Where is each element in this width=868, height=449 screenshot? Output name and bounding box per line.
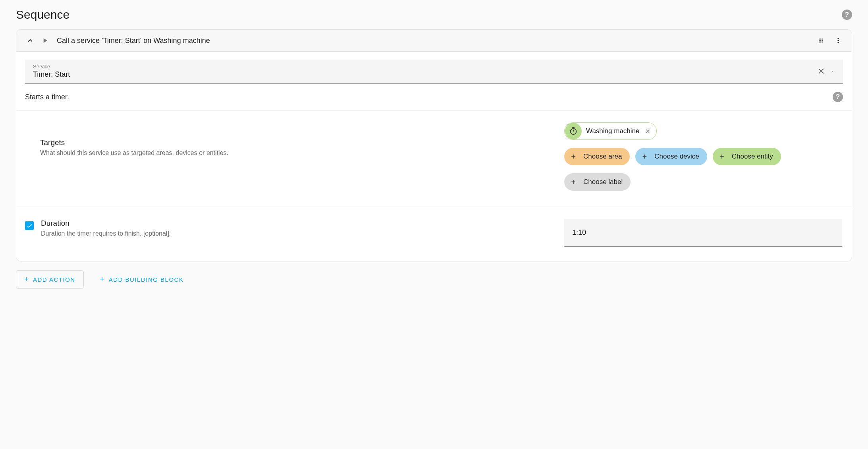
choose-device-button[interactable]: + Choose device	[635, 148, 707, 165]
add-action-label: Add Action	[33, 276, 75, 283]
run-icon[interactable]	[41, 37, 49, 45]
choose-device-label: Choose device	[654, 153, 699, 161]
targets-subheading: What should this service use as targeted…	[40, 149, 556, 157]
add-action-button[interactable]: + Add Action	[16, 270, 84, 289]
targets-heading: Targets	[40, 138, 556, 147]
service-selector[interactable]: Service Timer: Start	[25, 60, 843, 84]
card-title: Call a service 'Timer: Start' on Washing…	[57, 37, 817, 45]
duration-heading: Duration	[41, 219, 556, 228]
service-description: Starts a timer.	[25, 93, 69, 101]
dropdown-icon[interactable]	[830, 69, 835, 74]
plus-icon: +	[24, 275, 29, 284]
choose-label-label: Choose label	[583, 178, 623, 186]
action-card: Call a service 'Timer: Start' on Washing…	[16, 29, 852, 261]
plus-icon: +	[568, 178, 579, 187]
service-label: Service	[33, 64, 817, 70]
duration-input[interactable]	[564, 219, 842, 247]
choose-area-label: Choose area	[583, 153, 622, 161]
plus-icon: +	[639, 152, 650, 161]
plus-icon: +	[100, 275, 105, 284]
target-chip[interactable]: Washing machine	[564, 122, 657, 140]
choose-label-button[interactable]: + Choose label	[564, 173, 631, 191]
collapse-icon[interactable]	[26, 36, 35, 45]
plus-icon: +	[717, 152, 727, 161]
duration-checkbox[interactable]	[25, 221, 34, 230]
timer-icon	[565, 123, 582, 139]
svg-point-0	[571, 129, 577, 135]
duration-subheading: Duration the timer requires to finish. […	[41, 230, 556, 237]
plus-icon: +	[568, 152, 579, 161]
description-help-icon[interactable]: ?	[833, 92, 843, 102]
page-title: Sequence	[16, 8, 69, 21]
more-options-icon[interactable]	[834, 37, 842, 45]
remove-target-icon[interactable]	[644, 128, 656, 134]
add-building-block-label: Add Building Block	[109, 276, 184, 283]
clear-service-icon[interactable]	[817, 67, 826, 75]
choose-entity-button[interactable]: + Choose entity	[713, 148, 781, 165]
choose-area-button[interactable]: + Choose area	[564, 148, 630, 165]
add-building-block-button[interactable]: + Add Building Block	[92, 270, 192, 289]
choose-entity-label: Choose entity	[732, 153, 773, 161]
help-icon[interactable]: ?	[842, 10, 852, 20]
service-value: Timer: Start	[33, 70, 817, 79]
card-header: Call a service 'Timer: Start' on Washing…	[16, 30, 852, 52]
drag-handle-icon[interactable]	[817, 37, 825, 45]
target-chip-label: Washing machine	[582, 127, 644, 135]
